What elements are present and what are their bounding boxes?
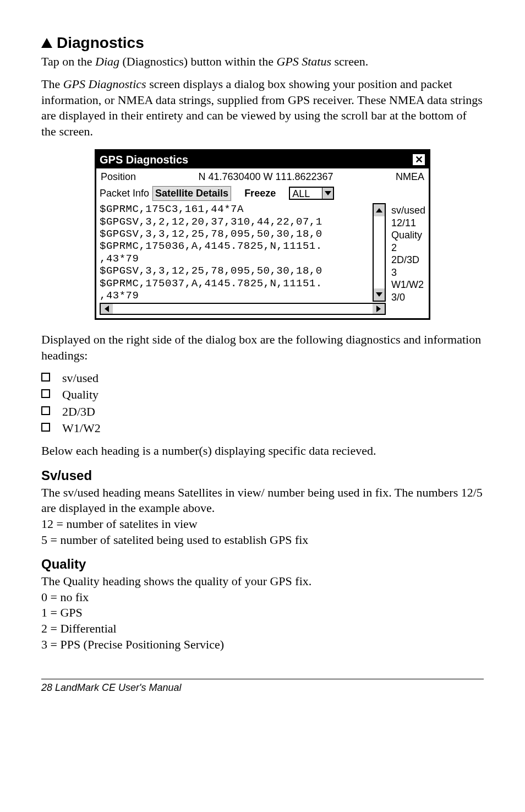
text: (Diagnostics) button within the — [119, 55, 276, 68]
scroll-down-icon[interactable] — [374, 288, 385, 301]
satellite-details-button[interactable]: Satellite Details — [152, 186, 231, 201]
dialog-titlebar: GPS Diagnostics ✕ — [96, 151, 429, 168]
close-button[interactable]: ✕ — [412, 154, 425, 166]
list-item: Quality — [41, 387, 484, 403]
post-screenshot-para: Displayed on the right side of the dialo… — [41, 332, 484, 363]
checkbox-icon — [41, 389, 50, 398]
list-item: sv/used — [41, 370, 484, 386]
svused-line2: 12 = number of satelites in view — [41, 516, 484, 532]
svused-line3: 5 = number of satelited being used to es… — [41, 532, 484, 548]
checkbox-icon — [41, 406, 50, 415]
stats-column: sv/used 12/11 Quality 2 2D/3D 3 W1/W2 3/… — [386, 203, 425, 315]
quality-line5: 3 = PPS (Precise Positioning Service) — [41, 637, 484, 653]
quality-heading: Quality — [41, 555, 484, 573]
gpsstatus-italic: GPS Status — [276, 55, 331, 68]
dropdown-value: ALL — [290, 188, 322, 199]
nmea-label: NMEA — [396, 171, 424, 183]
text: Tap on the — [41, 55, 95, 68]
nmea-output: $GPRMC,175C3,161,44*7A $GPGSV,3,2,12,20,… — [100, 203, 371, 302]
text: screen. — [331, 55, 368, 68]
quality-line3: 1 = GPS — [41, 605, 484, 621]
list-text: Quality — [62, 388, 99, 401]
scroll-up-icon[interactable] — [374, 204, 385, 216]
intro-para-2: The GPS Diagnostics screen displays a di… — [41, 77, 484, 139]
triangle-icon — [41, 38, 52, 48]
position-value: N 41.7630400 W 111.8622367 — [136, 171, 396, 183]
intro-para-1: Tap on the Diag (Diagnostics) button wit… — [41, 54, 484, 70]
checkbox-icon — [41, 373, 50, 382]
diagnostics-heading: Diagnostics — [41, 33, 484, 53]
position-label: Position — [101, 171, 136, 183]
list-text: W1/W2 — [62, 421, 101, 435]
below-heading-para: Below each heading is a number(s) displa… — [41, 443, 484, 459]
dialog-title: GPS Diagnostics — [100, 152, 188, 167]
packet-info-label: Packet Info — [100, 187, 149, 200]
list-text: sv/used — [62, 371, 99, 385]
headings-list: sv/used Quality 2D/3D W1/W2 — [41, 370, 484, 437]
chevron-down-icon — [322, 188, 333, 199]
heading-text: Diagnostics — [57, 34, 144, 51]
quality-line4: 2 = Differential — [41, 621, 484, 637]
svused-heading: Sv/used — [41, 467, 484, 484]
freeze-button[interactable]: Freeze — [234, 187, 286, 200]
gps-diagnostics-dialog: GPS Diagnostics ✕ Position N 41.7630400 … — [95, 149, 430, 320]
scroll-left-icon[interactable] — [101, 304, 113, 314]
gpsdiag-italic: GPS Diagnostics — [63, 77, 146, 91]
quality-line2: 0 = no fix — [41, 590, 484, 606]
diag-italic: Diag — [95, 55, 119, 68]
list-item: 2D/3D — [41, 404, 484, 420]
checkbox-icon — [41, 423, 50, 432]
list-text: 2D/3D — [62, 405, 95, 418]
page-footer: 28 LandMark CE User's Manual — [41, 679, 484, 694]
list-item: W1/W2 — [41, 421, 484, 437]
text: The — [41, 77, 63, 91]
quality-line1: The Quality heading shows the quality of… — [41, 574, 484, 590]
horizontal-scrollbar[interactable] — [100, 303, 386, 315]
svused-line1: The sv/used heading means Satellites in … — [41, 485, 484, 516]
filter-dropdown[interactable]: ALL — [289, 187, 334, 200]
scroll-right-icon[interactable] — [373, 304, 385, 314]
vertical-scrollbar[interactable] — [373, 203, 386, 302]
